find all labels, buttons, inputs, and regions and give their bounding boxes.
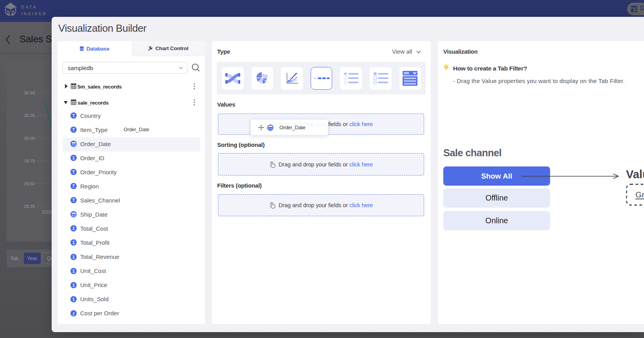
svg-text:Tab: Tab (314, 77, 317, 80)
